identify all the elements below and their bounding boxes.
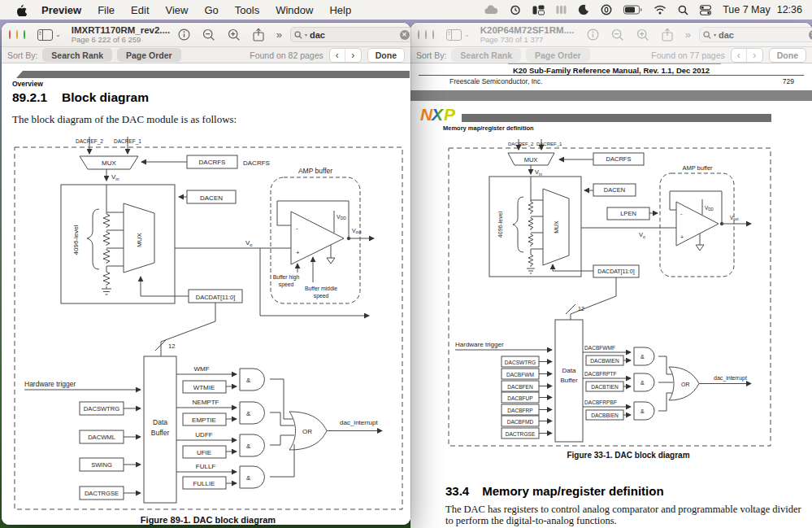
flag-label: NEMPTF [193,399,219,406]
menu-tools[interactable]: Tools [227,4,267,16]
resistor [103,213,110,228]
info-icon[interactable] [178,28,190,41]
apple-menu-icon[interactable] [10,4,33,16]
stage-manager-icon[interactable] [532,5,545,15]
intro-text: The block diagram of the DAC module is a… [12,113,237,126]
wifi-icon[interactable] [654,5,667,15]
moon-icon[interactable] [578,4,589,15]
page-rule [508,63,721,64]
preview-window-imxrt[interactable]: ⌄ IMXRT1170RM_rev2.... Page 6 222 of 6 2… [2,23,410,525]
flag-label: DACBFWMF [584,345,615,351]
zero-badge-icon[interactable] [601,4,612,15]
body-line: The DAC has registers to control analog … [445,504,807,515]
sidebar-toggle-icon[interactable]: ⌄ [446,29,470,41]
dacref2-label: DACREF_2 [76,138,103,145]
buffer-middle-speed-label: Buffer middle [305,286,337,291]
battery-icon[interactable] [623,5,642,15]
sort-by-label: Sort By: [7,50,37,60]
clear-search-icon[interactable] [400,30,410,40]
resistor [528,201,533,214]
page-gap [410,90,812,101]
share-icon[interactable] [662,28,673,41]
manual-footer-title: K20 Sub-Family Reference Manual, Rev. 1.… [410,66,812,75]
and-gate-label: & [640,408,645,414]
menu-file[interactable]: File [89,4,123,16]
input-label: SWING [91,461,112,469]
data-buffer-label: Data [562,367,576,374]
enable-label: EMPTIE [192,417,216,424]
left-search-bar: Sort By: Search Rank Page Order Found on… [2,47,410,63]
search-field[interactable]: ▾ [290,27,410,42]
enable-label: WTMIE [193,384,215,391]
and-gate-label: & [246,443,251,450]
previous-result-button[interactable]: ‹ [732,49,747,62]
toolbar-overflow-button[interactable]: » [685,28,690,41]
toolbar-overflow-button[interactable]: » [276,28,281,41]
menu-help[interactable]: Help [321,4,359,16]
input-label: DACBFUP [507,395,533,401]
done-button[interactable]: Done [367,48,405,63]
section-number: 89.2.1 [12,90,47,104]
zoom-out-icon[interactable] [611,28,624,41]
columns-icon[interactable] [556,5,567,15]
zoom-in-icon[interactable] [228,28,241,41]
time-machine-icon[interactable] [510,4,521,15]
and-gate-label: & [640,380,645,386]
search-scope-chevron-icon[interactable]: ▾ [305,32,307,37]
search-input[interactable] [310,30,397,40]
menu-edit[interactable]: Edit [123,4,157,16]
share-icon[interactable] [253,28,264,41]
enable-label: DACBBIEN [591,412,619,418]
cloud-icon[interactable] [484,5,498,15]
control-center-icon[interactable] [700,5,711,15]
right-title-bar: ⌄ K20P64M72SF1RM.... Page 730 of 1 377 »… [410,23,812,47]
preview-window-k20[interactable]: ⌄ K20P64M72SF1RM.... Page 730 of 1 377 »… [410,23,812,528]
left-pdf-content[interactable]: Overview 89.2.1Block diagram The block d… [2,63,410,525]
left-title-bar: ⌄ IMXRT1170RM_rev2.... Page 6 222 of 6 2… [2,23,410,47]
minimize-button[interactable] [16,30,18,39]
zoom-button[interactable] [432,30,434,39]
and-gate [240,434,265,456]
search-input[interactable] [719,30,806,40]
next-result-button[interactable]: › [345,49,361,62]
page-order-button[interactable]: Page Order [117,48,181,62]
enable-label: FULLIE [193,480,215,487]
zoom-in-icon[interactable] [636,28,649,41]
section-number: 33.4 [445,484,469,498]
search-field[interactable]: ▾ [699,27,812,42]
and-gate [240,466,264,488]
input-label: DACBFMD [507,419,534,425]
menu-window[interactable]: Window [267,4,321,16]
section-title: Memory map/register definition [482,484,663,498]
menu-app-name[interactable]: Preview [33,4,89,16]
right-pdf-content[interactable]: K20 Sub-Family Reference Manual, Rev. 1.… [410,63,812,528]
zoom-button[interactable] [24,30,25,39]
minimize-button[interactable] [425,30,427,39]
interrupt-label: dac_interrupt [340,419,378,426]
menu-date: Tue 7 May [723,4,771,15]
sidebar-toggle-icon[interactable]: ⌄ [37,29,61,41]
info-icon[interactable] [587,28,599,41]
menu-go[interactable]: Go [196,4,226,16]
menu-view[interactable]: View [158,4,197,16]
dac-block-diagram-k20: DACREF_2 DACREF_1 MUX DACRFS Vin DACEN L… [445,137,811,447]
previous-result-button[interactable]: ‹ [330,49,345,62]
clear-search-icon[interactable] [809,30,812,40]
close-button[interactable] [418,30,419,39]
search-scope-chevron-icon[interactable]: ▾ [714,32,716,37]
vo-label: Vo [639,231,645,239]
opamp-minus: - [680,211,683,216]
spotlight-search-icon[interactable] [678,5,688,15]
search-rank-button[interactable]: Search Rank [42,48,112,62]
close-button[interactable] [9,30,11,39]
running-header: Overview [12,80,43,88]
menu-clock[interactable]: Tue 7 May 12:36 [723,4,802,15]
next-result-button[interactable]: › [747,49,762,62]
dacdat-label: DACDAT[11:0] [196,294,236,301]
resistor [528,217,533,230]
zoom-out-icon[interactable] [202,28,215,41]
page-order-button[interactable]: Page Order [526,48,590,62]
search-rank-button[interactable]: Search Rank [451,48,521,62]
done-button[interactable]: Done [769,48,806,63]
data-buffer-label: Buffer [560,377,578,384]
